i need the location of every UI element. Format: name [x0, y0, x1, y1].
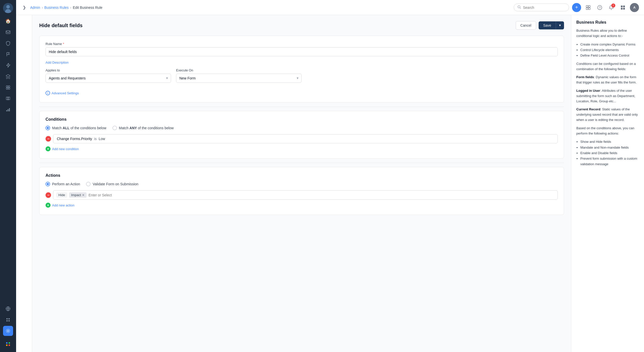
sidebar-toggle[interactable]: ❯: [21, 5, 27, 11]
applies-to-label: Applies to: [46, 68, 171, 72]
match-any-option[interactable]: Match ANY of the conditions below: [112, 126, 174, 130]
condition-row: − Change Forms.Priority is Low: [46, 134, 558, 143]
form-section: Rule Name * Add Description Applies to A…: [39, 36, 564, 103]
grid-icon-btn[interactable]: [584, 3, 593, 12]
save-dropdown-button[interactable]: ▼: [556, 21, 564, 29]
breadcrumb-admin[interactable]: Admin: [30, 6, 40, 10]
add-action-label[interactable]: Add new action: [52, 203, 74, 207]
add-button[interactable]: +: [572, 3, 581, 12]
validate-form-radio[interactable]: [86, 182, 91, 186]
svg-rect-26: [621, 8, 623, 10]
topbar: ❯ Admin › Business Rules › Edit Business…: [16, 0, 644, 15]
advanced-settings-row[interactable]: i Advanced Settings: [46, 91, 558, 95]
sidebar-item-gear[interactable]: [3, 326, 13, 336]
help-icon-btn[interactable]: ?: [595, 3, 604, 12]
svg-point-14: [7, 320, 8, 322]
action-field-name: Impact: [71, 193, 81, 197]
save-button[interactable]: Save: [539, 21, 556, 29]
action-remove-button[interactable]: −: [46, 192, 51, 198]
perform-action-radio[interactable]: [46, 182, 50, 186]
actions-section: Actions Perform an Action Validate Form …: [39, 167, 564, 215]
sidebar-item-home[interactable]: 🏠: [3, 16, 13, 26]
add-condition-icon: +: [46, 146, 51, 151]
breadcrumb-business-rules[interactable]: Business Rules: [44, 6, 69, 10]
sidebar-item-apps[interactable]: [3, 315, 13, 325]
perform-action-option[interactable]: Perform an Action: [46, 182, 80, 186]
validate-form-option[interactable]: Validate Form on Submission: [86, 182, 138, 186]
rule-name-label: Rule Name *: [46, 42, 558, 46]
sidebar-apps-icon[interactable]: [3, 339, 13, 349]
add-description-link[interactable]: Add Description: [46, 61, 69, 64]
sidebar-item-layers[interactable]: [3, 71, 13, 81]
sidebar-item-bolt[interactable]: [3, 60, 13, 70]
sidebar-item-inbox[interactable]: [3, 27, 13, 37]
rule-name-input[interactable]: [46, 47, 558, 56]
header-actions: Cancel Save ▼: [516, 21, 564, 30]
match-any-radio[interactable]: [112, 126, 117, 130]
svg-point-1: [6, 5, 10, 9]
svg-point-13: [9, 318, 10, 320]
help-title: Business Rules: [576, 20, 639, 25]
svg-text:?: ?: [599, 6, 600, 10]
main-content: Hide default fields Cancel Save ▼ Rule N…: [32, 15, 571, 352]
perform-action-label: Perform an Action: [52, 182, 80, 186]
actions-radio-group: Perform an Action Validate Form on Submi…: [46, 182, 558, 186]
content-area: Hide default fields Cancel Save ▼ Rule N…: [16, 15, 644, 352]
action-field-input[interactable]: [89, 193, 554, 197]
notification-icon-btn[interactable]: 7: [607, 3, 616, 12]
svg-rect-3: [6, 31, 10, 34]
cancel-button[interactable]: Cancel: [516, 21, 536, 30]
add-action-icon: +: [46, 203, 51, 208]
help-action-bullets: Show and Hide fields Mandate and Non-man…: [576, 139, 639, 167]
save-button-group: Save ▼: [539, 21, 564, 29]
match-all-radio[interactable]: [46, 126, 50, 130]
svg-rect-25: [623, 6, 625, 7]
execute-on-select[interactable]: New Form Edit Form On Submit: [176, 74, 302, 83]
action-type-tag: Hide: [56, 192, 67, 198]
search-input[interactable]: [523, 6, 565, 10]
search-box[interactable]: [514, 4, 569, 11]
page-header: Hide default fields Cancel Save ▼: [39, 21, 564, 30]
avatar[interactable]: [3, 3, 13, 13]
action-field-tag: Impact ✕: [69, 192, 87, 198]
sidebar-item-data[interactable]: [3, 82, 13, 93]
condition-remove-button[interactable]: −: [46, 136, 51, 142]
sidebar-item-shield[interactable]: [3, 38, 13, 48]
help-bullet-1: Create more complex Dynamic Forms: [580, 42, 639, 47]
left-nav: [16, 15, 32, 352]
help-conditions-intro: Conditions can be configured based on a …: [576, 61, 639, 72]
add-condition-label[interactable]: Add new condition: [52, 147, 79, 151]
applies-to-group: Applies to Agents and Requesters Agents …: [46, 68, 171, 83]
match-any-label: Match ANY of the conditions below: [119, 126, 174, 130]
search-icon: [517, 5, 521, 10]
action-field-remove[interactable]: ✕: [82, 193, 85, 197]
execute-on-label: Execute On: [176, 68, 302, 72]
applies-to-select[interactable]: Agents and Requesters Agents only Reques…: [46, 74, 171, 83]
condition-field: Change Forms.Priority: [57, 137, 92, 141]
help-actions-intro: Based on the conditions above, you can p…: [576, 126, 639, 136]
match-all-option[interactable]: Match ALL of the conditions below: [46, 126, 106, 130]
notification-badge: 7: [611, 4, 615, 8]
sidebar: 🏠: [0, 0, 16, 352]
sidebar-item-flag[interactable]: [3, 49, 13, 59]
right-sidebar: Business Rules Business Rules allow you …: [571, 15, 644, 352]
apps-icon-btn[interactable]: [618, 3, 627, 12]
conditions-radio-group: Match ALL of the conditions below Match …: [46, 126, 558, 130]
condition-value: Low: [99, 137, 105, 141]
sidebar-item-chart[interactable]: [3, 105, 13, 115]
help-action-bullet-3: Enable and Disable fields: [580, 150, 639, 156]
conditions-section: Conditions Match ALL of the conditions b…: [39, 111, 564, 159]
sidebar-item-book[interactable]: [3, 94, 13, 104]
svg-rect-5: [8, 86, 10, 87]
add-condition-button[interactable]: + Add new condition: [46, 146, 558, 151]
action-box: Hide Impact ✕: [53, 190, 558, 200]
svg-rect-27: [623, 8, 625, 10]
sidebar-item-globe[interactable]: [3, 304, 13, 314]
rule-name-group: Rule Name *: [46, 42, 558, 56]
required-star: *: [63, 42, 64, 46]
user-avatar[interactable]: A: [630, 3, 639, 12]
advanced-settings-label[interactable]: Advanced Settings: [52, 91, 79, 95]
help-bullet-3: Define Field Level Access Control: [580, 53, 639, 58]
validate-form-label: Validate Form on Submission: [93, 182, 138, 186]
add-action-button[interactable]: + Add new action: [46, 203, 558, 208]
